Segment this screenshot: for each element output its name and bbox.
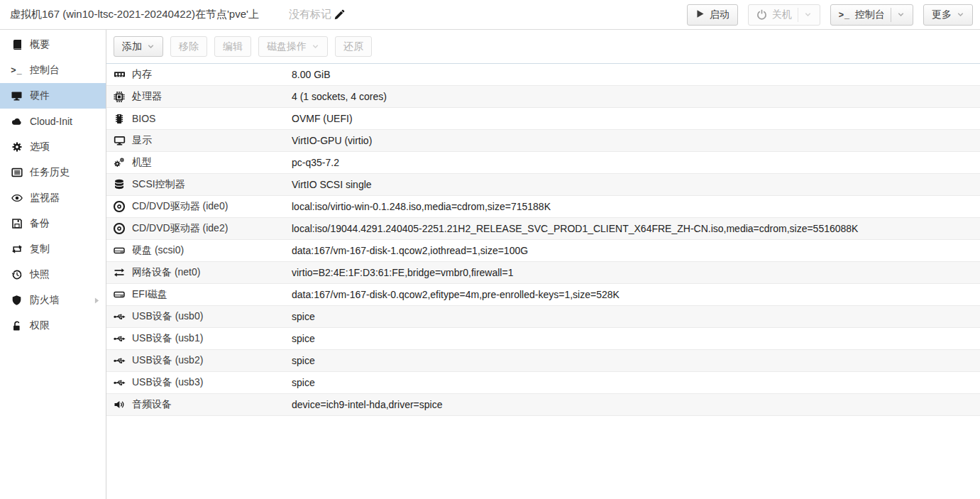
table-row[interactable]: USB设备 (usb1)spice xyxy=(106,328,980,350)
table-row[interactable]: 硬盘 (scsi0)data:167/vm-167-disk-1.qcow2,i… xyxy=(106,240,980,262)
terminal-icon: >_ xyxy=(10,65,23,75)
device-label: EFI磁盘 xyxy=(132,288,292,301)
table-row[interactable]: 音频设备device=ich9-intel-hda,driver=spice xyxy=(106,394,980,416)
terminal-icon: >_ xyxy=(839,10,850,20)
device-value: pc-q35-7.2 xyxy=(292,157,339,168)
table-row[interactable]: 处理器4 (1 sockets, 4 cores) xyxy=(106,86,980,108)
sidebar-item-cloud-init[interactable]: Cloud-Init xyxy=(0,109,106,134)
chevron-down-icon xyxy=(957,11,964,18)
table-row[interactable]: EFI磁盘data:167/vm-167-disk-0.qcow2,efityp… xyxy=(106,284,980,306)
cdrom-icon xyxy=(112,200,126,213)
history-icon xyxy=(10,269,23,280)
table-row[interactable]: 内存8.00 GiB xyxy=(106,64,980,86)
hdd-icon xyxy=(112,245,126,256)
sidebar-item-summary[interactable]: 概要 xyxy=(0,32,106,57)
device-label: 硬盘 (scsi0) xyxy=(132,244,292,257)
sidebar-item-label: 硬件 xyxy=(30,89,50,102)
shutdown-button[interactable]: 关机 xyxy=(748,4,820,26)
device-value: virtio=B2:4E:1F:D3:61:FE,bridge=vmbr0,fi… xyxy=(292,267,513,278)
sidebar-item-label: 备份 xyxy=(30,217,50,230)
add-button[interactable]: 添加 xyxy=(114,36,163,57)
cogs-icon xyxy=(112,157,126,168)
table-row[interactable]: 显示VirtIO-GPU (virtio) xyxy=(106,130,980,152)
start-button[interactable]: 启动 xyxy=(687,4,738,26)
button-label: 添加 xyxy=(122,40,142,53)
device-label: 处理器 xyxy=(132,90,292,103)
table-row[interactable]: 网络设备 (net0)virtio=B2:4E:1F:D3:61:FE,brid… xyxy=(106,262,980,284)
device-value: spice xyxy=(292,311,315,322)
sidebar-item-firewall[interactable]: 防火墙 xyxy=(0,287,106,313)
edit-button[interactable]: 编辑 xyxy=(214,36,251,57)
device-value: data:167/vm-167-disk-1.qcow2,iothread=1,… xyxy=(292,245,528,256)
hardware-toolbar: 添加移除编辑磁盘操作还原 xyxy=(106,30,980,64)
device-label: USB设备 (usb3) xyxy=(132,376,292,389)
edit-tags-pencil-icon[interactable] xyxy=(334,9,345,20)
cpu-icon xyxy=(112,91,126,103)
hardware-table: 内存8.00 GiB处理器4 (1 sockets, 4 cores)BIOSO… xyxy=(106,64,980,499)
split-divider xyxy=(891,8,891,22)
button-label: 启动 xyxy=(710,9,730,21)
table-row[interactable]: 机型pc-q35-7.2 xyxy=(106,152,980,174)
sidebar-item-replication[interactable]: 复制 xyxy=(0,236,106,262)
table-row[interactable]: USB设备 (usb2)spice xyxy=(106,350,980,372)
device-label: 音频设备 xyxy=(132,398,292,411)
table-row[interactable]: CD/DVD驱动器 (ide0)local:iso/virtio-win-0.1… xyxy=(106,196,980,218)
hdd-icon xyxy=(112,289,126,300)
table-row[interactable]: BIOSOVMF (UEFI) xyxy=(106,108,980,130)
device-label: SCSI控制器 xyxy=(132,178,292,191)
sidebar-item-label: 监视器 xyxy=(30,192,60,204)
volume-icon xyxy=(112,399,126,410)
memory-icon xyxy=(112,69,126,80)
chevron-down-icon[interactable] xyxy=(897,11,905,18)
table-row[interactable]: SCSI控制器VirtIO SCSI single xyxy=(106,174,980,196)
sidebar-item-backup[interactable]: 备份 xyxy=(0,211,106,236)
sidebar-item-console[interactable]: >_控制台 xyxy=(0,57,106,83)
device-label: CD/DVD驱动器 (ide2) xyxy=(132,222,292,235)
more-button[interactable]: 更多 xyxy=(923,4,973,26)
device-value: 8.00 GiB xyxy=(292,69,330,80)
button-label: 还原 xyxy=(343,40,363,53)
chevron-down-icon[interactable] xyxy=(804,11,812,18)
gear-icon xyxy=(10,141,23,153)
device-value: spice xyxy=(292,355,315,366)
sidebar-item-label: 权限 xyxy=(30,319,50,332)
device-label: BIOS xyxy=(132,113,292,124)
device-value: spice xyxy=(292,333,315,344)
page-title: 虚拟机167 (win10-ltsc-2021-20240422)在节点'pve… xyxy=(10,8,259,21)
sidebar-item-label: 快照 xyxy=(30,268,50,281)
chevron-down-icon xyxy=(312,43,319,50)
sidebar-item-hardware[interactable]: 硬件 xyxy=(0,83,106,109)
table-row[interactable]: CD/DVD驱动器 (ide2)local:iso/19044.4291.240… xyxy=(106,218,980,240)
sidebar: 概要>_控制台硬件Cloud-Init选项任务历史监视器备份复制快照防火墙权限 xyxy=(0,30,106,499)
button-label: 磁盘操作 xyxy=(267,40,307,53)
revert-button[interactable]: 还原 xyxy=(335,36,372,57)
sidebar-item-monitor[interactable]: 监视器 xyxy=(0,185,106,211)
eye-icon xyxy=(10,192,23,204)
button-label: 更多 xyxy=(932,9,952,21)
console-button[interactable]: >_ 控制台 xyxy=(830,4,913,26)
chevron-down-icon xyxy=(147,43,155,50)
sidebar-item-label: Cloud-Init xyxy=(30,116,72,127)
device-value: OVMF (UEFI) xyxy=(292,113,353,124)
device-value: VirtIO-GPU (virtio) xyxy=(292,135,372,146)
sidebar-item-options[interactable]: 选项 xyxy=(0,134,106,160)
device-value: VirtIO SCSI single xyxy=(292,179,372,190)
sidebar-item-permissions[interactable]: 权限 xyxy=(0,313,106,339)
table-row[interactable]: USB设备 (usb0)spice xyxy=(106,306,980,328)
expand-caret-icon[interactable] xyxy=(94,297,99,304)
disk-actions-button[interactable]: 磁盘操作 xyxy=(258,36,328,57)
sidebar-item-task-history[interactable]: 任务历史 xyxy=(0,160,106,185)
sidebar-item-snapshots[interactable]: 快照 xyxy=(0,262,106,287)
floppy-icon xyxy=(10,218,23,229)
remove-button[interactable]: 移除 xyxy=(170,36,207,57)
table-row[interactable]: USB设备 (usb3)spice xyxy=(106,372,980,394)
device-value: device=ich9-intel-hda,driver=spice xyxy=(292,399,442,410)
sidebar-item-label: 选项 xyxy=(30,141,50,153)
sidebar-item-label: 防火墙 xyxy=(30,294,60,307)
usb-icon xyxy=(112,377,126,388)
unlock-icon xyxy=(10,320,23,331)
database-icon xyxy=(112,179,126,190)
device-value: 4 (1 sockets, 4 cores) xyxy=(292,91,387,102)
usb-icon xyxy=(112,311,126,322)
shield-icon xyxy=(10,295,23,306)
